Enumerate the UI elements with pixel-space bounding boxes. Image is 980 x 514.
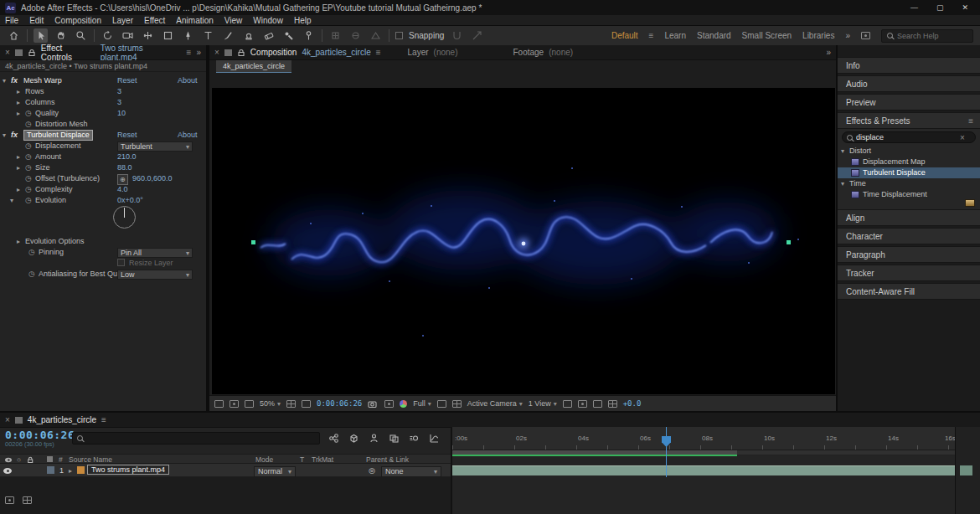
layer-handle-left[interactable] [251, 240, 255, 244]
displacement-dropdown[interactable]: Turbulent▾ [117, 141, 193, 152]
effect-controls-tab-file[interactable]: Two strums plant.mp4 [101, 44, 182, 62]
local-axis-mode-icon[interactable] [328, 28, 343, 43]
property-row-complexity[interactable]: ▸ ◷ Complexity 4.0 [0, 184, 208, 195]
workspace-learn[interactable]: Learn [664, 31, 686, 40]
effect-header-mesh-warp[interactable]: ▾ fx Mesh Warp Reset About [0, 75, 208, 86]
clone-stamp-tool[interactable] [241, 28, 255, 43]
home-icon[interactable] [7, 28, 21, 43]
antialiasing-dropdown[interactable]: Low▾ [117, 270, 193, 280]
twirl-down-icon[interactable]: ▾ [841, 178, 844, 189]
menu-view[interactable]: View [224, 16, 243, 25]
property-row-antialiasing[interactable]: ◷ Antialiasing for Best Qua Low▾ [0, 269, 208, 280]
layer-visibility-icon[interactable] [3, 468, 12, 474]
tab-composition-name[interactable]: 4k_particles_circle [302, 48, 370, 57]
workspace-overflow-icon[interactable]: » [845, 31, 850, 40]
panel-audio[interactable]: Audio [838, 75, 980, 92]
property-value[interactable]: 960.0,600.0 [132, 174, 173, 183]
property-row-amount[interactable]: ▸ ◷ Amount 210.0 [0, 152, 208, 162]
panel-overflow-icon[interactable]: » [196, 48, 201, 57]
region-of-interest-icon[interactable] [437, 400, 446, 408]
current-timecode[interactable]: 0:00:06:26 [5, 429, 75, 441]
effects-item-displacement-map[interactable]: Displacement Map [838, 157, 980, 167]
panel-paragraph[interactable]: Paragraph [838, 246, 980, 263]
orbit-camera-tool[interactable] [101, 28, 115, 43]
resize-layer-checkbox[interactable] [117, 259, 125, 266]
eraser-tool[interactable] [261, 28, 276, 43]
toggle-switches-icon[interactable] [5, 496, 14, 504]
property-row-quality[interactable]: ▸ ◷ Quality 10 [0, 108, 208, 119]
property-row-size[interactable]: ▸ ◷ Size 88.0 [0, 162, 208, 173]
timeline-search-input[interactable] [87, 434, 297, 443]
twirl-right-icon[interactable]: ▸ [17, 185, 20, 194]
property-row-resize-layer[interactable]: Resize Layer [0, 258, 208, 269]
fast-previews-icon[interactable] [578, 400, 587, 408]
layer-row-1[interactable]: 1 ▸ Two strums plant.mp4 Normal▾ ◎ None▾ [0, 464, 452, 477]
twirl-down-icon[interactable]: ▾ [3, 76, 6, 85]
twirl-down-icon[interactable]: ▾ [841, 146, 844, 157]
roto-brush-tool[interactable] [281, 28, 296, 43]
parent-dropdown[interactable]: None▾ [381, 466, 441, 477]
preview-timecode[interactable]: 0:00:06:26 [317, 399, 362, 408]
parent-link-column-header[interactable]: Parent & Link [366, 455, 409, 464]
effect-name-mesh-warp[interactable]: Mesh Warp [23, 76, 62, 85]
t-column-header[interactable]: T [300, 455, 304, 464]
twirl-right-icon[interactable]: ▸ [17, 87, 20, 96]
zoom-tool[interactable] [74, 28, 88, 43]
preview-toggle-icon[interactable] [214, 400, 224, 408]
fx-badge-icon[interactable]: fx [11, 131, 18, 140]
property-row-pinning[interactable]: ◷ Pinning Pin All▾ [0, 247, 208, 258]
create-preset-icon[interactable] [965, 199, 975, 207]
pan-behind-tool[interactable] [141, 28, 155, 43]
reset-link[interactable]: Reset [117, 131, 137, 140]
twirl-right-icon[interactable]: ▸ [17, 98, 20, 107]
frame-blending-icon[interactable] [389, 433, 400, 444]
primary-viewer-icon[interactable] [230, 400, 239, 408]
effects-group-time[interactable]: ▾ Time [838, 178, 980, 189]
layer-twirl-icon[interactable]: ▸ [69, 467, 72, 475]
fx-badge-icon[interactable]: fx [11, 76, 18, 85]
effect-controls-tab[interactable]: Effect Controls [41, 44, 95, 62]
panel-menu-icon[interactable]: ≡ [968, 113, 973, 130]
layer-label-chip[interactable] [47, 466, 54, 474]
property-row-rows[interactable]: ▸ Rows 3 [0, 86, 208, 97]
snap-options2-icon[interactable] [470, 28, 484, 43]
brush-tool[interactable] [221, 28, 235, 43]
pinning-dropdown[interactable]: Pin All▾ [117, 248, 193, 258]
mode-column-header[interactable]: Mode [255, 455, 273, 464]
menu-layer[interactable]: Layer [112, 16, 133, 25]
stopwatch-icon[interactable]: ◷ [28, 270, 35, 279]
snapshot-icon[interactable] [368, 399, 379, 409]
property-value[interactable]: 4.0 [117, 185, 128, 194]
pixel-aspect-icon[interactable] [563, 400, 572, 408]
graph-editor-icon[interactable] [429, 433, 440, 444]
mask-shape-tool[interactable] [161, 28, 175, 43]
trkmat-column-header[interactable]: TrkMat [312, 455, 333, 464]
property-row-columns[interactable]: ▸ Columns 3 [0, 97, 208, 108]
reset-link[interactable]: Reset [117, 76, 137, 85]
panel-menu-icon[interactable]: ≡ [101, 415, 106, 424]
camera-view-popup[interactable]: Active Camera▾ [467, 399, 523, 408]
close-panel-icon[interactable]: × [5, 415, 10, 424]
transparency-grid-icon[interactable] [452, 400, 462, 408]
twirl-down-icon[interactable]: ▾ [3, 131, 6, 140]
snap-options-icon[interactable] [450, 28, 464, 43]
twirl-right-icon[interactable]: ▸ [17, 237, 20, 246]
panel-menu-icon[interactable]: ≡ [376, 48, 381, 57]
snapping-checkbox[interactable] [395, 32, 403, 39]
property-value[interactable]: 88.0 [117, 163, 132, 172]
stopwatch-icon[interactable]: ◷ [25, 185, 32, 194]
twirl-right-icon[interactable]: ▸ [17, 109, 20, 118]
property-value[interactable]: 3 [117, 98, 121, 107]
property-row-evolution-options[interactable]: ▸ Evolution Options [0, 236, 208, 247]
panel-align[interactable]: Align [838, 209, 980, 226]
menu-help[interactable]: Help [294, 16, 312, 25]
twirl-down-icon[interactable]: ▾ [10, 196, 13, 205]
type-tool[interactable] [201, 28, 215, 43]
property-value[interactable]: 210.0 [117, 152, 137, 162]
composition-viewer-tab[interactable]: 4k_particles_circle [216, 60, 291, 73]
exposure-value[interactable]: +0.0 [623, 399, 642, 408]
panel-content-aware-fill[interactable]: Content-Aware Fill [838, 283, 980, 300]
layer-name[interactable]: Two strums plant.mp4 [87, 465, 169, 475]
mask-visibility-icon[interactable] [302, 400, 311, 408]
stopwatch-icon[interactable]: ◷ [25, 141, 32, 151]
